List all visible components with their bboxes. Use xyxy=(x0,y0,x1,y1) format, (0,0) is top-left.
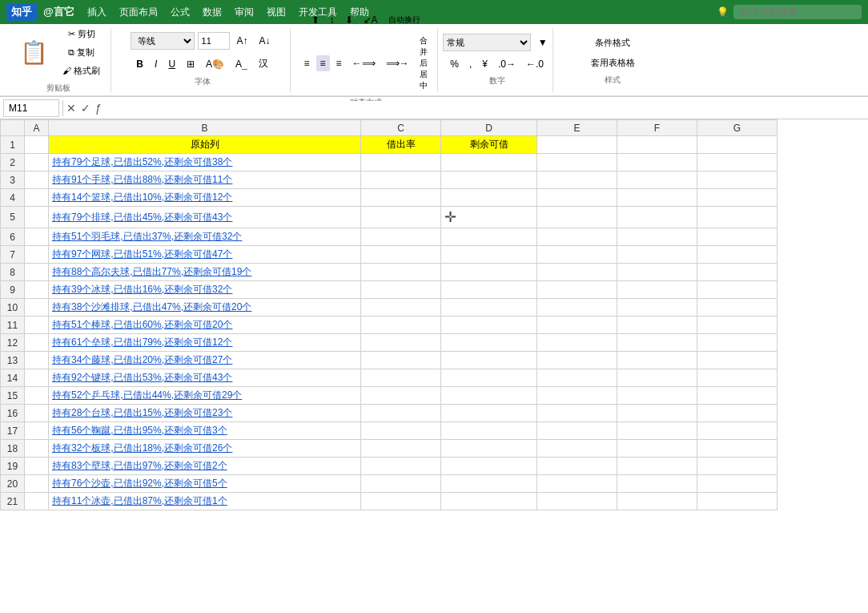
align-right-button[interactable]: ≡ xyxy=(332,55,346,71)
cell-E12[interactable] xyxy=(537,334,617,352)
decrease-indent-button[interactable]: ←⟹ xyxy=(348,55,380,71)
cut-button[interactable]: ✂ 剪切 xyxy=(58,26,104,42)
currency-button[interactable]: ¥ xyxy=(478,56,492,72)
cell-E3[interactable] xyxy=(537,171,617,189)
cell-C12[interactable] xyxy=(361,334,441,352)
row-header-1[interactable]: 1 xyxy=(1,136,25,154)
cell-B2[interactable]: 持有79个足球,已借出52%,还剩余可借38个 xyxy=(49,154,361,171)
cell-B4[interactable]: 持有14个篮球,已借出10%,还剩余可借12个 xyxy=(49,189,361,207)
cell-B1[interactable]: 原始列 xyxy=(49,136,361,154)
cell-E15[interactable] xyxy=(537,387,617,405)
cancel-formula-icon[interactable]: ✕ xyxy=(66,102,76,115)
paste-button[interactable]: 📋 xyxy=(13,38,55,67)
cell-C17[interactable] xyxy=(361,422,441,440)
cell-F13[interactable] xyxy=(617,352,697,369)
row-header-7[interactable]: 7 xyxy=(1,246,25,264)
comma-button[interactable]: , xyxy=(465,56,476,72)
cell-D11[interactable] xyxy=(441,317,537,334)
cell-D14[interactable] xyxy=(441,369,537,387)
wrap-text-button[interactable]: 自动换行 xyxy=(384,12,424,28)
cell-F9[interactable] xyxy=(617,281,697,299)
font-name-select[interactable]: 等线 xyxy=(131,32,195,50)
cell-B18[interactable]: 持有32个板球,已借出18%,还剩余可借26个 xyxy=(49,440,361,458)
search-input[interactable] xyxy=(733,5,862,19)
special-char-button[interactable]: 汉 xyxy=(255,54,272,73)
cell-B20[interactable]: 持有76个沙壶,已借出92%,还剩余可借5个 xyxy=(49,475,361,493)
cell-E17[interactable] xyxy=(537,422,617,440)
cell-C7[interactable] xyxy=(361,246,441,264)
align-middle-button[interactable]: ↕ xyxy=(326,12,339,28)
cell-C11[interactable] xyxy=(361,317,441,334)
cell-A15[interactable] xyxy=(25,387,49,405)
cell-F17[interactable] xyxy=(617,422,697,440)
insert-function-icon[interactable]: ƒ xyxy=(95,102,102,115)
cell-D12[interactable] xyxy=(441,334,537,352)
font-size-input[interactable] xyxy=(198,32,230,50)
cell-B21[interactable]: 持有11个冰壶,已借出87%,还剩余可借1个 xyxy=(49,493,361,510)
cell-E9[interactable] xyxy=(537,281,617,299)
cell-G7[interactable] xyxy=(697,246,778,264)
format-brush-button[interactable]: 🖌 格式刷 xyxy=(58,63,104,79)
cell-E7[interactable] xyxy=(537,246,617,264)
cell-F16[interactable] xyxy=(617,405,697,422)
bold-button[interactable]: B xyxy=(132,56,147,72)
row-header-21[interactable]: 21 xyxy=(1,493,25,510)
cell-G13[interactable] xyxy=(697,352,778,369)
cell-F12[interactable] xyxy=(617,334,697,352)
row-header-16[interactable]: 16 xyxy=(1,405,25,422)
row-header-8[interactable]: 8 xyxy=(1,264,25,281)
col-header-F[interactable]: F xyxy=(617,120,697,136)
cell-G18[interactable] xyxy=(697,440,778,458)
cell-F6[interactable] xyxy=(617,228,697,246)
formula-input[interactable] xyxy=(105,101,865,115)
nav-insert[interactable]: 插入 xyxy=(87,6,106,19)
cell-A8[interactable] xyxy=(25,264,49,281)
cell-G21[interactable] xyxy=(697,493,778,510)
cell-A10[interactable] xyxy=(25,299,49,317)
cell-F4[interactable] xyxy=(617,189,697,207)
row-header-19[interactable]: 19 xyxy=(1,458,25,475)
row-header-17[interactable]: 17 xyxy=(1,422,25,440)
cell-E18[interactable] xyxy=(537,440,617,458)
border-button[interactable]: ⊞ xyxy=(183,56,199,72)
cell-F2[interactable] xyxy=(617,154,697,171)
cell-D1[interactable]: 剩余可借 xyxy=(441,136,537,154)
cell-G8[interactable] xyxy=(697,264,778,281)
cell-D7[interactable] xyxy=(441,246,537,264)
cell-C2[interactable] xyxy=(361,154,441,171)
cell-G6[interactable] xyxy=(697,228,778,246)
text-rotate-button[interactable]: ↙A xyxy=(360,12,382,28)
cell-F1[interactable] xyxy=(617,136,697,154)
cell-B8[interactable]: 持有88个高尔夫球,已借出77%,还剩余可借19个 xyxy=(49,264,361,281)
increase-font-button[interactable]: A↑ xyxy=(233,33,252,49)
increase-indent-button[interactable]: ⟹→ xyxy=(382,55,413,71)
cell-A12[interactable] xyxy=(25,334,49,352)
decrease-decimal-button[interactable]: ←.0 xyxy=(522,56,548,72)
cell-A9[interactable] xyxy=(25,281,49,299)
cell-D13[interactable] xyxy=(441,352,537,369)
row-header-11[interactable]: 11 xyxy=(1,317,25,334)
italic-button[interactable]: I xyxy=(151,56,161,72)
cell-A5[interactable] xyxy=(25,207,49,228)
nav-formula[interactable]: 公式 xyxy=(171,6,190,19)
number-format-expand[interactable]: ▼ xyxy=(534,34,552,50)
cell-D21[interactable] xyxy=(441,493,537,510)
align-bottom-button[interactable]: ⬇ xyxy=(341,12,357,28)
align-left-button[interactable]: ≡ xyxy=(300,55,314,71)
fill-color-button[interactable]: A🎨 xyxy=(202,56,228,72)
cell-E19[interactable] xyxy=(537,458,617,475)
cell-E11[interactable] xyxy=(537,317,617,334)
cell-G14[interactable] xyxy=(697,369,778,387)
row-header-10[interactable]: 10 xyxy=(1,299,25,317)
cell-F15[interactable] xyxy=(617,387,697,405)
cell-D15[interactable] xyxy=(441,387,537,405)
cell-E1[interactable] xyxy=(537,136,617,154)
row-header-9[interactable]: 9 xyxy=(1,281,25,299)
cell-E14[interactable] xyxy=(537,369,617,387)
cell-D3[interactable] xyxy=(441,171,537,189)
copy-button[interactable]: ⧉ 复制 xyxy=(58,44,104,61)
row-header-3[interactable]: 3 xyxy=(1,171,25,189)
cell-D20[interactable] xyxy=(441,475,537,493)
cell-B12[interactable]: 持有61个垒球,已借出79%,还剩余可借12个 xyxy=(49,334,361,352)
cell-G17[interactable] xyxy=(697,422,778,440)
